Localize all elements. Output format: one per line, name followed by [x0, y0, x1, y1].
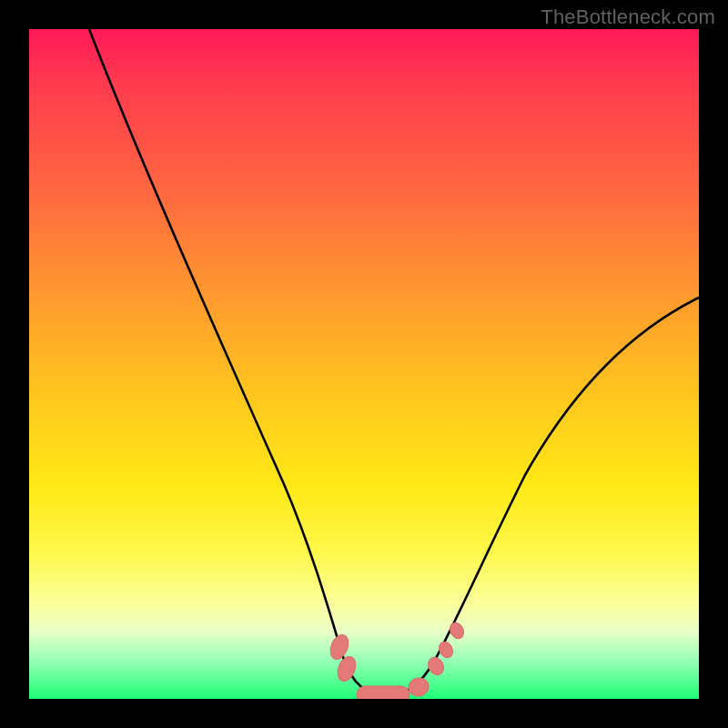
marker [425, 654, 447, 677]
watermark-text: TheBottleneck.com [541, 5, 715, 29]
curve-markers [327, 621, 466, 699]
plot-area [29, 29, 699, 699]
curve-layer [29, 29, 699, 699]
marker [407, 675, 430, 698]
marker [437, 640, 456, 660]
bottleneck-curve [89, 29, 699, 695]
marker [448, 621, 467, 641]
chart-frame: TheBottleneck.com [0, 0, 728, 728]
marker [357, 686, 410, 699]
